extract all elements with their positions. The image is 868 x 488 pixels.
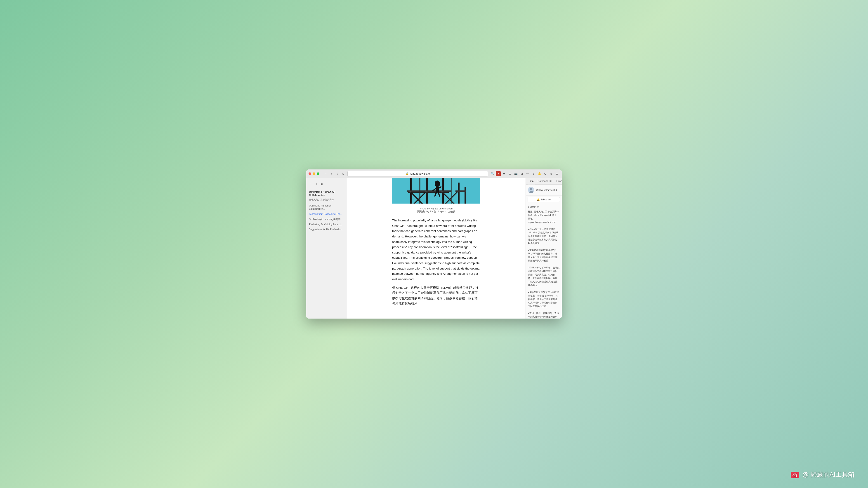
subscribe-label: Subscribe bbox=[540, 198, 550, 201]
svg-rect-5 bbox=[465, 187, 466, 203]
author-avatar bbox=[528, 187, 534, 193]
sidebar-nav: ← ↕ ▣ bbox=[306, 180, 347, 188]
search-toolbar-icon[interactable]: 🔍 bbox=[490, 171, 495, 176]
traffic-lights bbox=[309, 172, 319, 175]
subscribe-icon: 🔔 bbox=[537, 198, 539, 201]
article-image bbox=[392, 178, 480, 203]
sidebar-item-2[interactable]: Scaffolding in Learning学习中... bbox=[306, 217, 347, 222]
svg-point-30 bbox=[425, 191, 427, 193]
svg-point-16 bbox=[435, 181, 440, 187]
minimize-button[interactable] bbox=[313, 172, 315, 175]
screenshot-icon[interactable]: 📷 bbox=[513, 171, 518, 176]
sidebar-back-button[interactable]: ← bbox=[309, 182, 313, 186]
sidebar-item-3[interactable]: Evaluating Scaffolding from LL... bbox=[306, 222, 347, 227]
tab-links-label: Links bbox=[556, 180, 562, 182]
article-title: Optimising Human-AI Collaboration bbox=[306, 188, 347, 198]
notification-icon[interactable]: 🔔 bbox=[537, 171, 542, 176]
main-content: Photo by Jay Ee on Unsplash 照片由 Jay Ee 在… bbox=[347, 178, 526, 319]
notebook-count: 0 bbox=[549, 180, 552, 182]
author-name: @DrMariaPanagiotidi bbox=[536, 189, 557, 191]
browser-toolbar: ← ↑ ↓ ↻ 🔒 read.readwise.io 🔍 ● R ⊡ 📷 ⊟ ✏… bbox=[306, 169, 562, 178]
extension-icon[interactable]: ⊡ bbox=[507, 171, 513, 176]
tab-notebook-label: Notebook bbox=[537, 180, 548, 182]
watermark-icon: 微 bbox=[791, 472, 799, 478]
download-icon[interactable]: ↓ bbox=[531, 171, 536, 176]
sidebar-item-4[interactable]: Suggestions for UX Profession... bbox=[306, 227, 347, 232]
browser-content: ← ↕ ▣ Optimising Human-AI Collaboration … bbox=[306, 178, 562, 319]
article-body: The increasing popularity of large langu… bbox=[392, 218, 480, 310]
nav-buttons: ← ↑ ↓ ↻ bbox=[323, 171, 346, 176]
svg-rect-4 bbox=[458, 183, 460, 203]
sidebar-expand-button[interactable]: ▣ bbox=[319, 182, 324, 186]
svg-rect-25 bbox=[456, 191, 466, 192]
tab-info[interactable]: Info bbox=[528, 178, 535, 184]
record-icon[interactable]: ● bbox=[496, 171, 501, 176]
readwise-icon[interactable]: R bbox=[502, 171, 506, 176]
forward-button-2[interactable]: ↓ bbox=[335, 171, 340, 176]
svg-rect-28 bbox=[451, 178, 452, 203]
tab-info-label: Info bbox=[529, 180, 533, 182]
svg-point-37 bbox=[530, 188, 532, 190]
article-paragraph-2: 像 Chat-GPT 这样的大型语言模型（LLMs）越来越受欢迎，将我们带入了一… bbox=[392, 285, 480, 306]
sidebar-collapse-button[interactable]: ↕ bbox=[314, 182, 318, 186]
browser-window: ← ↑ ↓ ↻ 🔒 read.readwise.io 🔍 ● R ⊡ 📷 ⊟ ✏… bbox=[306, 169, 562, 319]
sidebar-item-1[interactable]: Lessons from Scaffolding The... bbox=[306, 212, 347, 217]
grid-icon[interactable]: ⊟ bbox=[519, 171, 524, 176]
account-icon[interactable]: ⊙ bbox=[543, 171, 548, 176]
back-button[interactable]: ← bbox=[323, 171, 328, 176]
watermark-text: @ 歸藏的AI工具箱 bbox=[802, 471, 855, 478]
article-subtitle: 优化人与人工智能的协作 bbox=[306, 198, 347, 203]
pen-icon[interactable]: ✏ bbox=[525, 171, 530, 176]
tab-links[interactable]: Links 0 bbox=[555, 178, 562, 184]
svg-point-31 bbox=[441, 191, 443, 193]
article-paragraph-1: The increasing popularity of large langu… bbox=[392, 218, 480, 282]
watermark: 微 @ 歸藏的AI工具箱 bbox=[791, 470, 855, 479]
summary-header: SUMMARY bbox=[526, 203, 562, 209]
svg-rect-27 bbox=[419, 178, 421, 203]
svg-rect-17 bbox=[436, 187, 439, 192]
url-text: read.readwise.io bbox=[410, 172, 430, 175]
svg-point-29 bbox=[409, 191, 411, 193]
close-button[interactable] bbox=[309, 172, 311, 175]
author-section: @DrMariaPanagiotidi bbox=[526, 185, 562, 196]
maximize-button[interactable] bbox=[317, 172, 319, 175]
photo-credit: Photo by Jay Ee on Unsplash 照片由 Jay Ee 在… bbox=[392, 207, 480, 213]
address-bar[interactable]: 🔒 read.readwise.io bbox=[347, 171, 488, 176]
tab-notebook[interactable]: Notebook 0 bbox=[536, 178, 554, 184]
lock-icon: 🔒 bbox=[405, 172, 409, 175]
reload-button[interactable]: ↻ bbox=[341, 171, 346, 176]
menu-icon[interactable]: ⊡ bbox=[555, 171, 559, 176]
sidebar-item-0[interactable]: Optimising Human-AI Collaboration... bbox=[306, 203, 347, 212]
left-sidebar: ← ↕ ▣ Optimising Human-AI Collaboration … bbox=[306, 178, 347, 319]
subscribe-button[interactable]: 🔔 Subscribe bbox=[528, 197, 560, 202]
window-icon[interactable]: ⧉ bbox=[549, 171, 554, 176]
forward-button[interactable]: ↑ bbox=[329, 171, 334, 176]
toolbar-icons: 🔍 ● R ⊡ 📷 ⊟ ✏ ↓ 🔔 ⊙ ⧉ ⊡ bbox=[490, 171, 559, 176]
svg-rect-14 bbox=[407, 191, 451, 192]
right-panel: Info Notebook 0 Links 0 ⧉ bbox=[526, 178, 562, 319]
right-panel-tabs: Info Notebook 0 Links 0 ⧉ bbox=[526, 178, 562, 185]
summary-content: 标题: 优化人与人工智能的协作 作者: Maria Panagiotidi 博士… bbox=[526, 209, 562, 319]
